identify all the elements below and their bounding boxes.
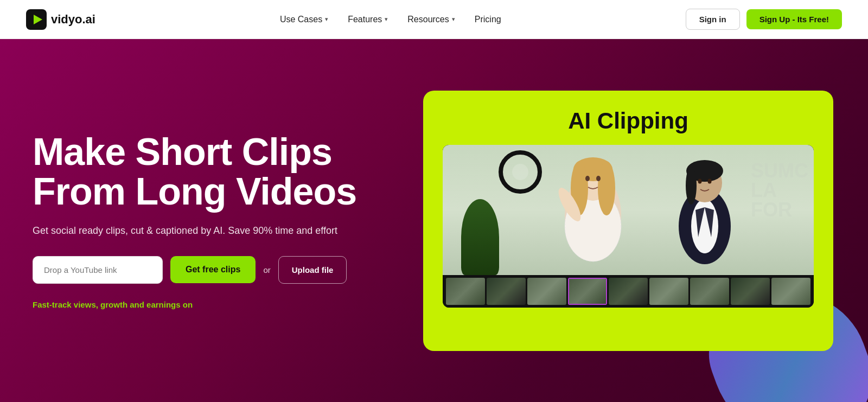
svg-point-9	[585, 176, 590, 181]
film-thumb-4[interactable]	[568, 278, 607, 305]
svg-point-10	[596, 176, 601, 181]
chevron-down-icon: ▾	[452, 16, 455, 23]
hero-right: AI Clipping SUMCLAFOR	[423, 91, 833, 351]
or-separator: or	[263, 265, 270, 275]
filmstrip	[443, 275, 814, 308]
logo-icon	[26, 9, 47, 30]
youtube-link-input[interactable]	[33, 256, 163, 284]
video-preview: SUMCLAFOR	[443, 145, 814, 308]
svg-point-8	[598, 161, 615, 215]
hero-left: Make Short Clips From Long Videos Get so…	[33, 132, 401, 309]
nav-features[interactable]: Features ▾	[348, 15, 388, 24]
logo-text: vidyo.ai	[51, 12, 95, 27]
nav-pricing[interactable]: Pricing	[475, 15, 501, 24]
ai-card-title: AI Clipping	[443, 108, 814, 134]
film-thumb-7[interactable]	[690, 278, 729, 305]
ring-light-icon	[499, 150, 542, 194]
film-thumb-3[interactable]	[527, 278, 566, 305]
bg-text: SUMCLAFOR	[751, 161, 808, 220]
signin-button[interactable]: Sign in	[686, 9, 740, 30]
film-thumb-6[interactable]	[649, 278, 688, 305]
person-right	[663, 156, 747, 275]
upload-file-button[interactable]: Upload file	[278, 256, 347, 284]
signup-button[interactable]: Sign Up - Its Free!	[746, 9, 842, 29]
svg-point-16	[686, 167, 697, 205]
svg-point-17	[698, 178, 701, 183]
nav-resources[interactable]: Resources ▾	[407, 15, 455, 24]
nav-right: Sign in Sign Up - Its Free!	[686, 9, 842, 30]
film-thumb-2[interactable]	[487, 278, 526, 305]
video-main: SUMCLAFOR	[443, 145, 814, 275]
hero-title: Make Short Clips From Long Videos	[33, 132, 401, 212]
nav-use-cases[interactable]: Use Cases ▾	[280, 15, 328, 24]
hero-subtitle: Get social ready clips, cut & captioned …	[33, 225, 401, 237]
hero-input-row: Get free clips or Upload file	[33, 256, 401, 284]
film-thumb-1[interactable]	[446, 278, 485, 305]
plant-decoration	[461, 199, 499, 275]
ai-clipping-card: AI Clipping SUMCLAFOR	[423, 91, 833, 351]
nav-center: Use Cases ▾ Features ▾ Resources ▾ Prici…	[280, 15, 501, 24]
person-left	[547, 150, 639, 275]
logo[interactable]: vidyo.ai	[26, 9, 95, 30]
navbar: vidyo.ai Use Cases ▾ Features ▾ Resource…	[0, 0, 868, 39]
hero-section: Make Short Clips From Long Videos Get so…	[0, 39, 868, 402]
chevron-down-icon: ▾	[385, 16, 388, 23]
svg-point-18	[707, 178, 711, 183]
get-free-clips-button[interactable]: Get free clips	[170, 256, 256, 283]
video-scene: SUMCLAFOR	[443, 145, 814, 275]
film-thumb-5[interactable]	[609, 278, 648, 305]
chevron-down-icon: ▾	[325, 16, 328, 23]
film-thumb-9[interactable]	[771, 278, 810, 305]
film-thumb-8[interactable]	[731, 278, 770, 305]
hero-bottom-text: Fast-track views, growth and earnings on	[33, 300, 401, 309]
